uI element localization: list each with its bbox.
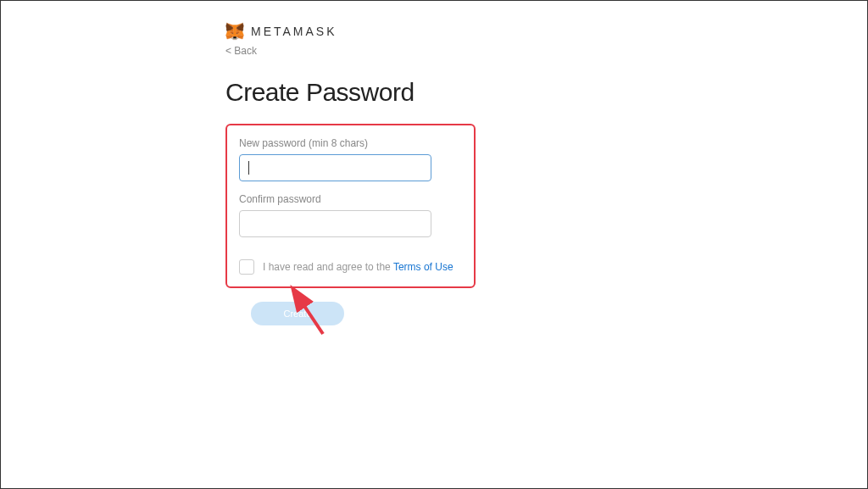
terms-row: I have read and agree to the Terms of Us…: [239, 259, 462, 275]
terms-prefix: I have read and agree to the: [263, 261, 393, 273]
new-password-label: New password (min 8 chars): [239, 137, 462, 149]
metamask-fox-icon: [225, 22, 244, 41]
brand-header: METAMASK: [225, 22, 867, 41]
page-title: Create Password: [225, 78, 867, 107]
terms-of-use-link[interactable]: Terms of Use: [393, 261, 453, 273]
new-password-input[interactable]: [239, 154, 431, 181]
confirm-password-group: Confirm password: [239, 193, 462, 237]
back-link[interactable]: < Back: [225, 45, 257, 57]
terms-checkbox[interactable]: [239, 259, 254, 275]
new-password-group: New password (min 8 chars): [239, 137, 462, 181]
brand-name: METAMASK: [251, 25, 337, 38]
create-button[interactable]: Create: [251, 302, 344, 325]
confirm-password-input[interactable]: [239, 210, 431, 237]
password-form-highlight: New password (min 8 chars) Confirm passw…: [225, 124, 476, 288]
confirm-password-label: Confirm password: [239, 193, 462, 205]
terms-text: I have read and agree to the Terms of Us…: [263, 261, 453, 273]
